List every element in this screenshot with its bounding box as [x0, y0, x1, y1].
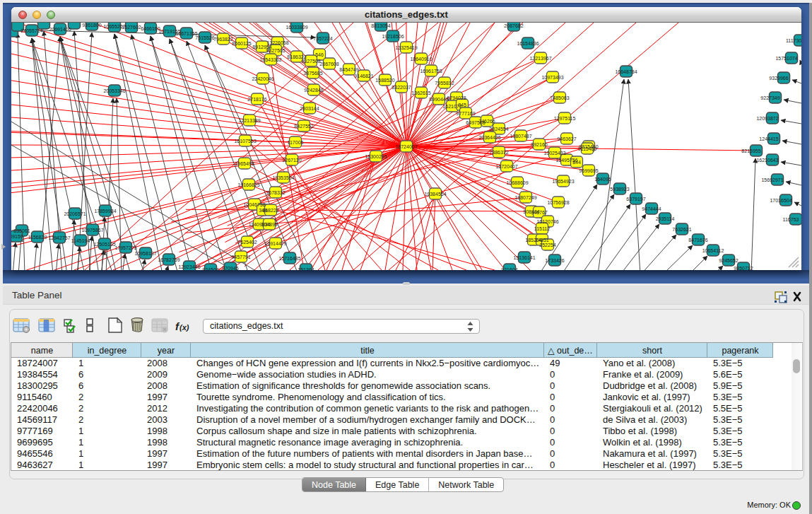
- svg-text:19654923: 19654923: [552, 179, 574, 184]
- svg-text:10046738: 10046738: [243, 202, 265, 207]
- svg-text:921604: 921604: [501, 267, 517, 271]
- svg-text:9146821: 9146821: [354, 74, 373, 78]
- svg-text:16648784: 16648784: [615, 69, 637, 74]
- svg-text:17016504: 17016504: [770, 198, 792, 203]
- svg-text:746266: 746266: [478, 119, 495, 124]
- svg-text:16033809: 16033809: [286, 25, 307, 30]
- svg-text:870945: 870945: [222, 266, 238, 271]
- svg-text:1244415: 1244415: [759, 136, 778, 141]
- svg-text:8215955: 8215955: [741, 148, 760, 153]
- svg-text:17957273: 17957273: [114, 245, 136, 250]
- svg-text:104895: 104895: [261, 222, 277, 227]
- svg-text:6379197: 6379197: [626, 197, 645, 201]
- svg-text:22420046: 22420046: [252, 76, 273, 81]
- svg-text:16914479: 16914479: [264, 241, 286, 246]
- svg-text:13226058: 13226058: [266, 40, 288, 45]
- svg-text:924504: 924504: [202, 267, 218, 271]
- svg-text:12942757: 12942757: [48, 235, 70, 240]
- svg-text:1588520: 1588520: [375, 78, 394, 83]
- svg-text:2803144: 2803144: [300, 106, 319, 111]
- svg-text:7625402: 7625402: [237, 240, 257, 245]
- svg-text:15751074: 15751074: [775, 56, 797, 61]
- svg-text:10807487: 10807487: [510, 134, 531, 139]
- svg-text:868222: 868222: [262, 208, 278, 213]
- svg-text:9245652: 9245652: [719, 258, 738, 263]
- svg-text:3875685: 3875685: [303, 71, 322, 76]
- svg-text:1145194: 1145194: [71, 238, 90, 243]
- svg-text:9327508: 9327508: [301, 59, 320, 64]
- svg-text:16671355: 16671355: [175, 31, 197, 36]
- svg-text:2867608: 2867608: [319, 62, 339, 66]
- svg-text:892160: 892160: [531, 142, 547, 147]
- svg-text:8471676: 8471676: [688, 238, 707, 243]
- svg-text:5938923: 5938923: [610, 187, 629, 192]
- svg-text:(x): (x): [180, 323, 189, 332]
- svg-text:15720407: 15720407: [495, 164, 517, 169]
- svg-text:15136141: 15136141: [513, 255, 535, 260]
- svg-text:9329966: 9329966: [769, 76, 788, 81]
- svg-text:9227349: 9227349: [760, 95, 779, 100]
- svg-text:19218506: 19218506: [382, 34, 404, 39]
- svg-text:8427552: 8427552: [294, 124, 313, 129]
- svg-text:10025433: 10025433: [543, 151, 565, 156]
- svg-text:24851: 24851: [535, 238, 549, 243]
- svg-text:8660125: 8660125: [232, 41, 251, 46]
- svg-text:6466160: 6466160: [141, 26, 160, 31]
- svg-text:10973493: 10973493: [541, 75, 563, 80]
- svg-text:20206571: 20206571: [64, 211, 86, 216]
- svg-text:8813054: 8813054: [371, 23, 390, 28]
- svg-text:252254: 252254: [539, 243, 555, 247]
- svg-text:10654112: 10654112: [702, 248, 724, 253]
- svg-text:9463627: 9463627: [557, 136, 576, 141]
- svg-text:9850712: 9850712: [734, 266, 753, 271]
- svg-text:16120746: 16120746: [536, 219, 558, 224]
- svg-text:1156829: 1156829: [28, 235, 47, 240]
- svg-text:12923446: 12923446: [178, 264, 200, 269]
- svg-text:1965498: 1965498: [235, 161, 254, 166]
- svg-text:16961758: 16961758: [420, 69, 442, 74]
- svg-text:2718176: 2718176: [247, 97, 266, 102]
- svg-text:18300295: 18300295: [365, 154, 387, 159]
- svg-text:19384554: 19384554: [424, 192, 446, 197]
- svg-text:7963822: 7963822: [213, 37, 233, 42]
- svg-text:13353594: 13353594: [272, 175, 294, 180]
- svg-text:19166825: 19166825: [237, 182, 259, 187]
- svg-text:115112: 115112: [534, 226, 550, 231]
- svg-text:9699695: 9699695: [579, 168, 598, 173]
- svg-text:835061: 835061: [13, 228, 30, 233]
- svg-text:151364: 151364: [298, 267, 314, 271]
- svg-text:9242848: 9242848: [304, 88, 323, 93]
- svg-text:9474444: 9474444: [642, 206, 661, 211]
- svg-text:17859934: 17859934: [94, 209, 116, 214]
- svg-text:18724007: 18724007: [395, 144, 417, 149]
- svg-text:3824554: 3824554: [489, 127, 508, 132]
- svg-text:9115460: 9115460: [578, 146, 597, 151]
- svg-text:8454749: 8454749: [339, 67, 358, 72]
- svg-text:16107553: 16107553: [234, 139, 256, 144]
- svg-text:16782759: 16782759: [158, 257, 180, 262]
- svg-text:3267130: 3267130: [282, 158, 301, 163]
- svg-text:16543362: 16543362: [259, 57, 281, 62]
- svg-text:7386372: 7386372: [489, 150, 508, 155]
- svg-text:346767: 346767: [531, 210, 547, 215]
- svg-text:2087682: 2087682: [504, 23, 523, 28]
- svg-text:15716485: 15716485: [278, 256, 300, 261]
- svg-text:9361800: 9361800: [82, 23, 101, 28]
- svg-text:12505135: 12505135: [93, 242, 115, 247]
- svg-text:845: 845: [458, 103, 466, 107]
- svg-text:7632621: 7632621: [672, 227, 691, 232]
- svg-text:7357224: 7357224: [313, 36, 332, 41]
- svg-text:18807249: 18807249: [514, 195, 536, 200]
- svg-text:12093872: 12093872: [756, 116, 778, 121]
- svg-text:117006: 117006: [288, 140, 304, 145]
- svg-text:7955812: 7955812: [435, 81, 454, 86]
- svg-text:1527602: 1527602: [122, 25, 141, 30]
- svg-text:116753: 116753: [783, 217, 799, 222]
- svg-text:16210643: 16210643: [756, 158, 778, 163]
- svg-text:7485063: 7485063: [550, 95, 569, 100]
- svg-text:20364436: 20364436: [478, 135, 500, 140]
- svg-text:3678332: 3678332: [266, 190, 285, 195]
- svg-text:9327505: 9327505: [266, 48, 285, 53]
- svg-text:1362615: 1362615: [411, 90, 430, 95]
- svg-text:12975115: 12975115: [554, 116, 576, 121]
